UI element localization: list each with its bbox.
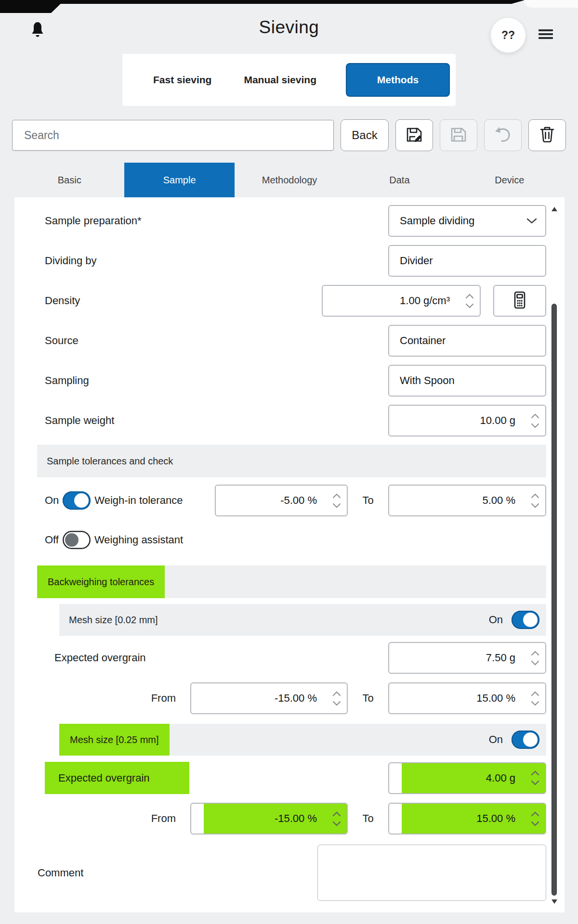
- mesh2-overgrain-spinner[interactable]: [531, 763, 539, 793]
- chevron-down-icon: [526, 215, 538, 227]
- save-as-button[interactable]: [395, 119, 433, 151]
- mesh1-overgrain-row: Expected overgrain 7.50 g: [14, 642, 565, 674]
- undo-button[interactable]: [484, 119, 522, 151]
- mesh2-to-spinner[interactable]: [531, 804, 539, 834]
- row-weigh-in-tolerance: On Weigh-in tolerance -5.00 % To 5.00 %: [14, 485, 565, 516]
- source-value: Container: [400, 334, 446, 347]
- mesh2-to-label: To: [348, 812, 388, 825]
- method-sub-tabs: Basic Sample Methodology Data Device: [14, 163, 565, 197]
- weigh-in-to-value: 5.00 %: [483, 494, 516, 507]
- mesh1-from-input[interactable]: -15.00 %: [190, 682, 348, 714]
- sampling-value: With Spoon: [400, 374, 455, 387]
- mesh1-header: Mesh size [0.02 mm] On: [59, 604, 546, 636]
- row-sample-preparation: Sample preparation* Sample dividing: [14, 205, 565, 237]
- sample-weight-spinner[interactable]: [531, 406, 539, 436]
- tab-methods[interactable]: Methods: [346, 63, 450, 97]
- save-button[interactable]: [440, 119, 477, 151]
- sample-weight-value: 10.00 g: [480, 414, 515, 427]
- section-sample-tolerances-title: Sample tolerances and check: [37, 456, 173, 467]
- delete-button[interactable]: [528, 119, 566, 151]
- sample-preparation-select[interactable]: Sample dividing: [388, 205, 546, 237]
- mesh2-overgrain-value: 4.00 g: [486, 772, 515, 784]
- mesh1-overgrain-input[interactable]: 7.50 g: [388, 642, 546, 674]
- mesh1-to-input[interactable]: 15.00 %: [388, 682, 546, 714]
- weighing-assistant-label: Weighing assistant: [94, 534, 183, 546]
- help-label: ??: [501, 29, 515, 42]
- row-comment: Comment: [14, 845, 565, 901]
- mesh2-from-spinner[interactable]: [332, 804, 341, 834]
- mesh2-to-input[interactable]: 15.00 %: [388, 803, 546, 834]
- mesh1-fromto-row: From -15.00 % To 15.00 %: [14, 682, 565, 714]
- sample-preparation-value: Sample dividing: [400, 215, 474, 227]
- mesh2-overgrain-row: Expected overgrain 4.00 g: [14, 762, 565, 794]
- hamburger-menu-button[interactable]: [539, 27, 556, 41]
- weigh-in-to-input[interactable]: 5.00 %: [388, 485, 546, 516]
- mesh1-from-spinner[interactable]: [332, 683, 341, 713]
- subtab-basic[interactable]: Basic: [14, 163, 124, 197]
- tab-fast-sieving[interactable]: Fast sieving: [150, 69, 214, 90]
- mesh1-to-spinner[interactable]: [531, 683, 539, 713]
- mesh1-from-label: From: [45, 692, 176, 705]
- subtab-methodology[interactable]: Methodology: [235, 163, 344, 197]
- weigh-in-from-input[interactable]: -5.00 %: [215, 485, 348, 516]
- help-button[interactable]: ??: [490, 17, 526, 53]
- weigh-in-state-label: On: [45, 494, 59, 507]
- search-input[interactable]: [12, 120, 334, 151]
- dividing-by-label: Dividing by: [45, 255, 388, 267]
- row-sampling: Sampling With Spoon: [14, 365, 565, 397]
- subtab-sample[interactable]: Sample: [124, 163, 234, 197]
- weighing-assistant-toggle[interactable]: [63, 531, 91, 549]
- save-edit-icon: [404, 125, 424, 146]
- subtab-device[interactable]: Device: [455, 163, 565, 197]
- back-button[interactable]: Back: [341, 119, 389, 151]
- scrollbar-up-arrow[interactable]: [551, 206, 558, 213]
- scrollbar-down-arrow[interactable]: [551, 898, 558, 905]
- comment-textarea[interactable]: [317, 845, 546, 901]
- density-calculator-button[interactable]: [493, 285, 546, 317]
- mesh2-overgrain-input[interactable]: 4.00 g: [388, 762, 546, 794]
- backweighing-title-highlight: Backweighing tolerances: [37, 565, 165, 598]
- calculator-icon: [510, 290, 529, 312]
- mesh2-overgrain-label-highlight: Expected overgrain: [45, 762, 189, 794]
- sample-weight-input[interactable]: 10.00 g: [388, 405, 546, 436]
- section-backweighing: Backweighing tolerances: [37, 565, 546, 598]
- mesh1-to-label: To: [348, 692, 388, 705]
- weigh-in-toggle[interactable]: [63, 491, 91, 510]
- sampling-input[interactable]: With Spoon: [388, 365, 546, 397]
- method-editor-card: Basic Sample Methodology Data Device Sam…: [14, 163, 565, 912]
- mesh2-title-highlight: Mesh size [0.25 mm]: [59, 724, 170, 756]
- section-sample-tolerances: Sample tolerances and check: [37, 445, 546, 477]
- sampling-label: Sampling: [45, 374, 388, 387]
- density-value: 1.00 g/cm³: [400, 295, 450, 307]
- dividing-by-value: Divider: [400, 255, 433, 267]
- trash-icon: [537, 124, 557, 147]
- mesh2-from-label: From: [45, 812, 176, 825]
- scrollbar-thumb[interactable]: [552, 304, 557, 896]
- mesh2-toggle[interactable]: [512, 731, 539, 749]
- sample-weight-label: Sample weight: [45, 414, 388, 427]
- density-input[interactable]: 1.00 g/cm³: [322, 285, 481, 317]
- weighing-assistant-state-label: Off: [45, 534, 59, 546]
- vertical-scrollbar[interactable]: [551, 206, 558, 906]
- sample-preparation-label: Sample preparation*: [45, 215, 388, 227]
- source-label: Source: [45, 334, 388, 347]
- app-header: Sieving ??: [0, 0, 578, 54]
- density-spinner[interactable]: [465, 286, 474, 316]
- mesh2-state-label: On: [489, 733, 503, 746]
- subtab-data[interactable]: Data: [344, 163, 454, 197]
- dividing-by-input[interactable]: Divider: [388, 245, 546, 277]
- weigh-in-to-spinner[interactable]: [531, 486, 539, 515]
- weigh-in-from-value: -5.00 %: [280, 494, 317, 507]
- mesh1-toggle[interactable]: [512, 611, 539, 629]
- mesh1-from-value: -15.00 %: [275, 692, 317, 705]
- mesh1-overgrain-spinner[interactable]: [531, 643, 539, 673]
- weigh-in-label: Weigh-in tolerance: [94, 494, 183, 507]
- tab-manual-sieving[interactable]: Manual sieving: [241, 69, 319, 90]
- density-label: Density: [45, 295, 322, 307]
- source-input[interactable]: Container: [388, 325, 546, 357]
- row-density: Density 1.00 g/cm³: [14, 285, 565, 317]
- mesh2-from-input[interactable]: -15.00 %: [190, 803, 348, 834]
- weigh-in-from-spinner[interactable]: [332, 486, 341, 515]
- mesh2-fromto-row: From -15.00 % To 15.00 %: [14, 803, 565, 834]
- mesh1-title: Mesh size [0.02 mm]: [59, 615, 158, 626]
